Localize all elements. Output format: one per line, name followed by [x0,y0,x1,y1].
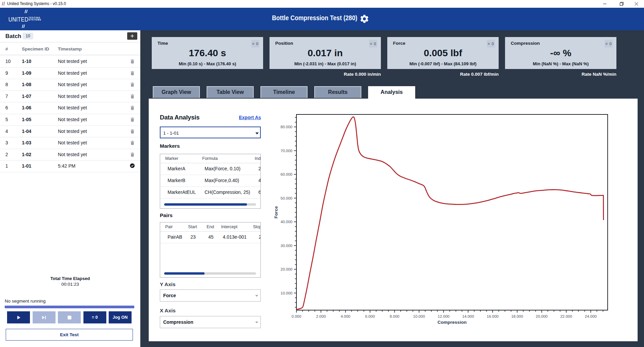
batch-count-badge: 10 [23,33,33,39]
metric-card-position: Position = 0 0.017 in Min (-2.031 in) - … [270,37,381,69]
specimen-table-header: # Specimen ID Timestamp [0,42,140,55]
specimen-number: 6 [5,105,8,110]
restore-button[interactable] [614,0,629,8]
x-tick-label: 10.000 [413,314,425,318]
add-specimen-button[interactable] [127,32,137,40]
specimen-number: 2 [5,152,8,157]
tab-table-view[interactable]: Table View [207,86,254,98]
tab-analysis[interactable]: Analysis [368,86,415,99]
delete-trash-icon[interactable] [131,152,134,157]
zero-badge[interactable]: = 0 [487,40,495,47]
specimen-timestamp: Not tested yet [58,105,87,110]
delete-trash-icon[interactable] [131,71,134,75]
step-icon [42,315,46,320]
specimen-row[interactable]: 4 1-04 Not tested yet [0,126,140,138]
metric-label: Time [157,41,168,46]
specimen-id: 1-02 [22,152,31,157]
specimen-row[interactable]: 7 1-07 Not tested yet [0,91,140,103]
x-tick-label: 12.000 [438,314,450,318]
specimen-id: 1-05 [22,117,31,122]
delete-trash-icon[interactable] [131,59,134,64]
plus-icon [130,34,134,38]
x-tick-label: 0.000 [292,314,301,318]
zero-button-label: = 0 [92,315,98,320]
play-button[interactable] [7,311,30,323]
force-curve [296,117,604,309]
x-tick-label: 2.000 [316,314,326,318]
zero-badge[interactable]: = 0 [251,40,259,47]
specimen-row[interactable]: 5 1-05 Not tested yet [0,114,140,126]
metric-rate: Rate NaN %/min [505,72,616,77]
zero-button[interactable]: = 0 [83,311,106,323]
close-button[interactable] [629,0,644,8]
delete-trash-icon[interactable] [131,82,134,87]
specimen-row[interactable]: 1 1-01 5:42 PM [0,161,140,172]
specimen-timestamp: Not tested yet [58,152,87,157]
x-tick-label: 4.000 [341,314,350,318]
delete-trash-icon[interactable] [131,129,134,134]
specimen-row[interactable]: 6 1-06 Not tested yet [0,102,140,114]
tab-graph-view[interactable]: Graph View [153,86,200,98]
zero-badge[interactable]: = 0 [369,40,377,47]
settings-gear-icon[interactable] [359,14,369,24]
specimen-row[interactable]: 2 1-02 Not tested yet [0,149,140,161]
x-tick-label: 6.000 [365,314,375,318]
y-tick-label: 50.000 [281,196,292,200]
minimize-button[interactable] [597,0,612,8]
delete-trash-icon[interactable] [131,117,134,122]
specimen-row[interactable]: 10 1-10 Not tested yet [0,56,140,68]
delete-trash-icon[interactable] [131,141,134,145]
specimen-id: 1-07 [22,94,31,99]
total-time-label: Total Time Elapsed [0,276,140,281]
y-tick-label: 60.000 [281,172,292,176]
specimen-row[interactable]: 8 1-08 Not tested yet [0,79,140,91]
y-tick-label: 40.000 [281,220,292,224]
delete-trash-icon[interactable] [131,94,134,99]
metric-label: Force [393,41,405,46]
specimen-number: 8 [5,82,8,87]
x-tick-label: 16.000 [487,314,499,318]
specimen-timestamp: Not tested yet [58,117,87,122]
metric-value: 176.40 s [152,47,263,59]
metric-value: -∞ % [505,47,616,59]
zero-badge[interactable]: = 0 [605,40,613,47]
x-tick-label: 8.000 [390,314,399,318]
y-tick-label: 10.000 [281,291,292,295]
specimen-row[interactable]: 3 1-03 Not tested yet [0,137,140,149]
exit-test-button[interactable]: Exit Test [6,329,133,341]
progress-fill [5,306,134,308]
tab-timeline[interactable]: Timeline [260,86,308,98]
titlebar: United Testing Systems - v0.15.0 [0,0,644,8]
jog-button[interactable]: Jog ON [109,311,132,323]
metric-value: 0.005 lbf [387,47,499,59]
specimen-timestamp: Not tested yet [58,94,87,99]
tab-results[interactable]: Results [314,86,361,98]
x-tick-label: 24.000 [585,314,597,318]
specimen-id: 1-09 [22,70,31,76]
specimen-id: 1-10 [22,59,31,64]
specimen-timestamp: Not tested yet [58,140,87,145]
x-tick-label: 22.000 [560,314,572,318]
total-time-value: 00:01:23 [0,282,140,287]
specimen-row[interactable]: 9 1-09 Not tested yet [0,68,140,79]
divider [0,55,140,55]
specimen-timestamp: Not tested yet [58,70,87,76]
jog-button-label: Jog ON [113,315,128,320]
specimen-number: 10 [5,59,11,64]
x-tick-label: 14.000 [462,314,474,318]
close-icon [635,2,638,6]
plot-border [296,114,608,310]
segment-status: No segment running [5,299,46,304]
app-icon [2,1,6,6]
metric-minmax: Min (-2.031 in) - Max (0.017 in) [270,61,381,66]
y-axis-title: Force [274,206,279,218]
minimize-icon [603,2,607,6]
restore-icon [620,2,623,6]
specimen-id: 1-04 [22,129,31,134]
analysis-panel: Data Analysis Export As 1 - 1-01 Markers… [149,99,638,341]
segment-progressbar [5,306,134,308]
column-header-timestamp: Timestamp [58,46,82,51]
specimen-number: 9 [5,70,8,76]
specimen-number: 3 [5,140,8,145]
delete-trash-icon[interactable] [131,106,134,110]
